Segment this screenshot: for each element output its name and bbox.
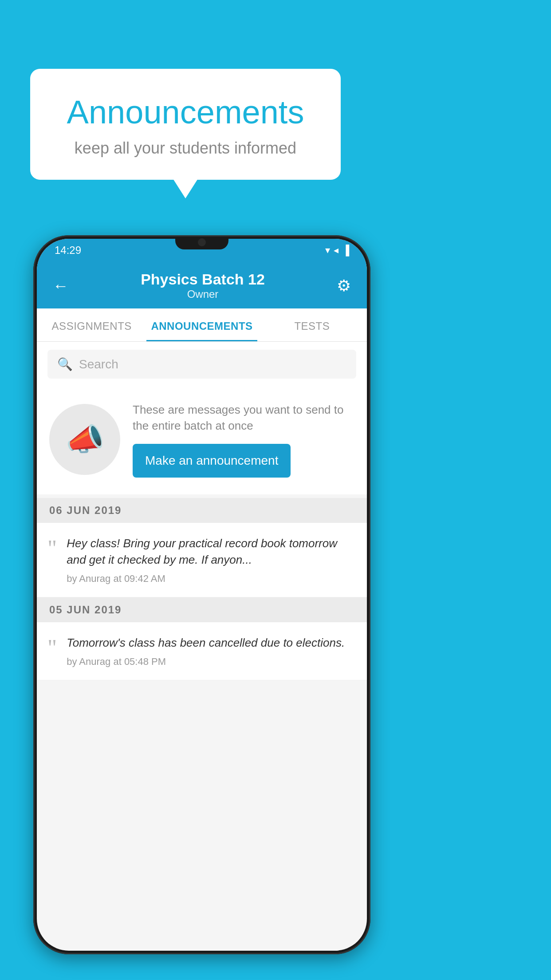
search-icon: 🔍 bbox=[57, 357, 73, 371]
quote-icon-1: " bbox=[47, 537, 57, 560]
date-separator-1: 06 JUN 2019 bbox=[37, 498, 367, 523]
promo-right: These are messages you want to send to t… bbox=[133, 402, 354, 478]
phone-notch bbox=[175, 235, 228, 249]
app-header: ← Physics Batch 12 Owner ⚙ bbox=[37, 262, 367, 308]
tab-announcements[interactable]: ANNOUNCEMENTS bbox=[146, 308, 257, 341]
speech-bubble-title: Announcements bbox=[57, 93, 314, 131]
announcement-meta-1: by Anurag at 09:42 AM bbox=[67, 573, 356, 585]
announcement-item-2[interactable]: " Tomorrow's class has been cancelled du… bbox=[37, 622, 367, 680]
tabs-bar: ASSIGNMENTS ANNOUNCEMENTS TESTS bbox=[37, 308, 367, 342]
speech-bubble: Announcements keep all your students inf… bbox=[30, 69, 341, 180]
announcement-content-1: Hey class! Bring your practical record b… bbox=[67, 535, 356, 585]
announcement-item-1[interactable]: " Hey class! Bring your practical record… bbox=[37, 523, 367, 597]
announcement-text-1: Hey class! Bring your practical record b… bbox=[67, 535, 356, 569]
promo-section: 📣 These are messages you want to send to… bbox=[37, 387, 367, 494]
gear-icon[interactable]: ⚙ bbox=[337, 277, 351, 295]
promo-icon-circle: 📣 bbox=[49, 404, 120, 475]
search-box[interactable]: 🔍 Search bbox=[47, 350, 356, 379]
quote-icon-2: " bbox=[47, 636, 57, 660]
speech-bubble-subtitle: keep all your students informed bbox=[57, 139, 314, 158]
power-button-right bbox=[370, 404, 370, 453]
phone-screen: 14:29 ▾ ◂ ▐ ← Physics Batch 12 Owner ⚙ A… bbox=[37, 239, 367, 951]
announcement-meta-2: by Anurag at 05:48 PM bbox=[67, 656, 356, 668]
battery-icon: ▐ bbox=[342, 245, 349, 256]
status-time: 14:29 bbox=[55, 244, 81, 257]
phone-frame: 14:29 ▾ ◂ ▐ ← Physics Batch 12 Owner ⚙ A… bbox=[33, 235, 370, 954]
header-center: Physics Batch 12 Owner bbox=[141, 271, 265, 300]
tab-tests[interactable]: TESTS bbox=[257, 308, 367, 341]
signal-icon: ◂ bbox=[334, 245, 338, 256]
wifi-icon: ▾ bbox=[325, 245, 330, 256]
date-separator-2: 05 JUN 2019 bbox=[37, 597, 367, 622]
search-container: 🔍 Search bbox=[37, 342, 367, 387]
megaphone-icon: 📣 bbox=[66, 421, 104, 458]
camera-notch bbox=[198, 238, 206, 246]
tab-assignments[interactable]: ASSIGNMENTS bbox=[37, 308, 146, 341]
promo-description: These are messages you want to send to t… bbox=[133, 402, 354, 434]
volume-button-left bbox=[33, 413, 34, 448]
back-button[interactable]: ← bbox=[53, 278, 69, 294]
search-input[interactable]: Search bbox=[79, 357, 118, 371]
announcement-content-2: Tomorrow's class has been cancelled due … bbox=[67, 635, 356, 668]
make-announcement-button[interactable]: Make an announcement bbox=[133, 444, 291, 478]
header-subtitle: Owner bbox=[141, 288, 265, 300]
header-title: Physics Batch 12 bbox=[141, 271, 265, 288]
content-area: 🔍 Search 📣 These are messages you want t… bbox=[37, 342, 367, 680]
status-icons: ▾ ◂ ▐ bbox=[325, 245, 349, 256]
announcement-text-2: Tomorrow's class has been cancelled due … bbox=[67, 635, 356, 652]
